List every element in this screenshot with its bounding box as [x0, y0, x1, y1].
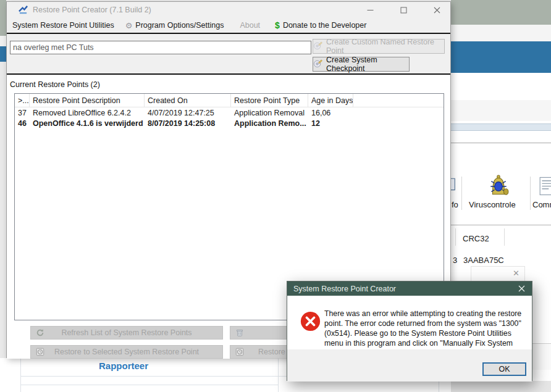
cell-created-on: 8/07/2019 14:25:08	[145, 119, 231, 128]
create-custom-named-restore-point-button[interactable]: Create Custom Named Restore Point	[313, 39, 445, 54]
mini-dialog-close-icon[interactable]: ✕	[513, 269, 519, 278]
background-mini-dialog: ✕	[471, 266, 525, 281]
maximize-button[interactable]	[390, 2, 417, 18]
cell-description: OpenOffice 4.1.6 is verwijderd	[30, 119, 145, 128]
column-header-created-on[interactable]: Created On	[145, 94, 231, 107]
comment-doc-icon[interactable]	[539, 176, 551, 199]
button-label: Restore to Selected System Restore Point	[54, 348, 199, 356]
menu-label: System Restore Point Utilities	[12, 21, 114, 30]
button-label: Create Custom Named Restore Point	[326, 38, 444, 55]
restore-clock-icon	[235, 348, 244, 358]
dialog-footer: OK	[287, 349, 532, 382]
disc-pencil-icon	[313, 59, 322, 70]
dialog-titlebar[interactable]: System Restore Point Creator	[287, 281, 532, 296]
bottom-table-border	[20, 385, 278, 385]
background-left-selection	[0, 46, 6, 62]
menu-label: Program Options/Settings	[135, 21, 224, 30]
crc32-column-header[interactable]: CRC32	[463, 234, 489, 243]
refresh-icon	[36, 328, 44, 339]
cell-description: Removed LibreOffice 6.2.4.2	[30, 109, 145, 117]
bottom-table-border	[278, 358, 279, 392]
info-toolbar-label[interactable]: fo	[452, 200, 458, 209]
disc-pencil-icon	[313, 41, 322, 52]
column-header-description[interactable]: Restore Point Description	[30, 94, 145, 107]
button-label: Refresh List of System Restore Points	[61, 328, 191, 337]
crc-column-separator	[504, 228, 505, 246]
column-header-type[interactable]: Restore Point Type	[231, 94, 308, 107]
bottom-table-border	[20, 358, 21, 392]
toolbar-separator	[461, 177, 462, 210]
toolbar: Create Custom Named Restore Point Create…	[7, 34, 450, 75]
menu-label: About	[240, 21, 260, 30]
list-header-row[interactable]: >... Restore Point Description Created O…	[15, 94, 444, 107]
cell-type: Application Removal	[231, 109, 308, 117]
rapporteer-link[interactable]: Rapporteer	[99, 361, 148, 371]
dollar-icon: $	[275, 20, 280, 30]
background-left-strip	[0, 36, 6, 46]
virus-scan-icon[interactable]	[487, 173, 510, 201]
virus-scan-toolbar-label[interactable]: Viruscontrole	[469, 200, 516, 209]
ok-button[interactable]: OK	[482, 362, 526, 376]
refresh-list-button[interactable]: Refresh List of System Restore Points	[30, 326, 223, 340]
restore-point-name-input[interactable]	[10, 41, 311, 54]
menu-program-options-settings[interactable]: ⚙ Program Options/Settings	[120, 21, 230, 30]
column-header-age[interactable]: Age in Days	[308, 94, 353, 107]
dialog-body: There was an error while attempting to c…	[287, 296, 532, 349]
crc-row-prefix: 3	[453, 256, 457, 265]
cell-age: 16,06	[308, 109, 353, 117]
background-bottom-right-panel	[530, 343, 551, 370]
dialog-close-button[interactable]	[511, 281, 532, 296]
cell-number: 37	[15, 109, 30, 117]
background-left-rest	[0, 62, 6, 392]
menu-label: Donate to the Developer	[283, 21, 367, 30]
minimize-button[interactable]	[356, 2, 384, 18]
window-titlebar[interactable]: Restore Point Creator (7.1 Build 2)	[7, 2, 450, 18]
table-row[interactable]: 37 Removed LibreOffice 6.2.4.2 4/07/2019…	[15, 107, 444, 118]
background-header-band	[451, 0, 551, 25]
toolbar-separator	[530, 177, 531, 210]
window-title: Restore Point Creator (7.1 Build 2)	[33, 6, 151, 14]
close-button[interactable]	[423, 2, 450, 18]
crc32-value: 3AABA75C	[463, 256, 504, 265]
menu-donate-to-developer[interactable]: $ Donate to the Developer	[269, 20, 372, 30]
crc-column-separator	[455, 228, 456, 246]
restore-to-selected-button[interactable]: Restore to Selected System Restore Point	[30, 345, 223, 359]
background-divider	[451, 143, 551, 143]
gear-icon: ⚙	[125, 21, 133, 30]
column-header-number[interactable]: >...	[15, 94, 30, 107]
background-left-sliver	[0, 0, 6, 36]
cell-type: Application Remo...	[231, 119, 308, 128]
screen: i fo Viruscontrole Comm CRC32 3 3AABA75C…	[0, 0, 551, 392]
background-subheader-band	[451, 25, 551, 41]
restore-clock-icon	[36, 348, 44, 358]
column-header-filler	[353, 94, 444, 107]
error-icon	[300, 311, 321, 332]
restore-points-count-label: Current Restore Points (2)	[10, 80, 100, 89]
comment-toolbar-label[interactable]: Comm	[532, 200, 551, 209]
menu-system-restore-point-utilities[interactable]: System Restore Point Utilities	[7, 21, 120, 30]
table-row[interactable]: 46 OpenOffice 4.1.6 is verwijderd 8/07/2…	[15, 118, 444, 128]
create-system-checkpoint-button[interactable]: Create System Checkpoint	[313, 57, 410, 72]
background-divider	[451, 225, 551, 225]
background-selected-row	[451, 41, 551, 73]
menu-bar: System Restore Point Utilities ⚙ Program…	[7, 18, 450, 34]
cell-number: 46	[15, 119, 30, 128]
trash-icon	[235, 328, 244, 339]
dialog-title: System Restore Point Creator	[287, 285, 396, 293]
error-dialog: System Restore Point Creator There was a…	[287, 281, 532, 381]
button-label: Create System Checkpoint	[326, 56, 409, 73]
app-icon	[19, 5, 28, 14]
menu-about[interactable]: About	[234, 21, 266, 30]
cell-age: 12	[308, 119, 353, 128]
background-list-row	[451, 100, 551, 121]
cell-created-on: 4/07/2019 12:47:25	[145, 109, 231, 117]
background-bottom-right	[451, 381, 551, 392]
background-highlight-row	[451, 123, 551, 131]
